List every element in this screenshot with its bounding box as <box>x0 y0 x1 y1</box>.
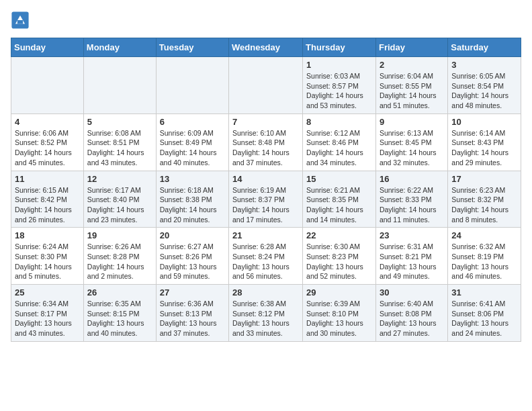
day-number: 16 <box>380 174 444 184</box>
day-number: 29 <box>306 287 372 298</box>
calendar-week-5: 25Sunrise: 6:34 AMSunset: 8:17 PMDayligh… <box>11 285 521 342</box>
calendar-cell: 28Sunrise: 6:38 AMSunset: 8:12 PMDayligh… <box>229 285 303 342</box>
day-number: 13 <box>160 174 225 184</box>
day-info: Sunrise: 6:40 AMSunset: 8:08 PMDaylight:… <box>380 299 444 338</box>
day-number: 28 <box>232 287 299 298</box>
day-info: Sunrise: 6:34 AMSunset: 8:17 PMDaylight:… <box>15 299 80 338</box>
day-number: 10 <box>451 117 517 127</box>
calendar-cell: 12Sunrise: 6:17 AMSunset: 8:40 PMDayligh… <box>83 171 156 228</box>
calendar-cell: 5Sunrise: 6:08 AMSunset: 8:51 PMDaylight… <box>83 113 156 171</box>
day-number: 30 <box>380 287 444 298</box>
day-info: Sunrise: 6:38 AMSunset: 8:12 PMDaylight:… <box>232 299 299 338</box>
calendar-cell <box>229 57 303 114</box>
calendar-cell: 3Sunrise: 6:05 AMSunset: 8:54 PMDaylight… <box>448 57 521 114</box>
calendar-week-2: 4Sunrise: 6:06 AMSunset: 8:52 PMDaylight… <box>11 113 521 171</box>
calendar-cell <box>156 57 228 114</box>
day-info: Sunrise: 6:13 AMSunset: 8:45 PMDaylight:… <box>380 128 444 168</box>
day-header-wednesday: Wednesday <box>229 38 303 57</box>
day-info: Sunrise: 6:26 AMSunset: 8:28 PMDaylight:… <box>87 242 152 281</box>
day-info: Sunrise: 6:14 AMSunset: 8:43 PMDaylight:… <box>451 128 517 168</box>
day-info: Sunrise: 6:08 AMSunset: 8:51 PMDaylight:… <box>87 128 152 168</box>
day-number: 21 <box>232 230 299 240</box>
calendar-cell: 27Sunrise: 6:36 AMSunset: 8:13 PMDayligh… <box>156 285 228 342</box>
calendar-week-1: 1Sunrise: 6:03 AMSunset: 8:57 PMDaylight… <box>11 57 521 114</box>
day-number: 27 <box>160 287 225 298</box>
calendar-cell: 17Sunrise: 6:23 AMSunset: 8:32 PMDayligh… <box>448 171 521 228</box>
calendar-cell <box>11 57 84 114</box>
calendar-cell: 13Sunrise: 6:18 AMSunset: 8:38 PMDayligh… <box>156 171 228 228</box>
calendar-cell: 22Sunrise: 6:30 AMSunset: 8:23 PMDayligh… <box>303 228 376 285</box>
day-info: Sunrise: 6:03 AMSunset: 8:57 PMDaylight:… <box>306 71 372 111</box>
calendar-cell: 7Sunrise: 6:10 AMSunset: 8:48 PMDaylight… <box>229 113 303 171</box>
day-info: Sunrise: 6:30 AMSunset: 8:23 PMDaylight:… <box>306 242 372 281</box>
calendar-cell: 15Sunrise: 6:21 AMSunset: 8:35 PMDayligh… <box>303 171 376 228</box>
day-number: 26 <box>87 287 152 298</box>
svg-rect-2 <box>17 20 23 24</box>
calendar-cell: 23Sunrise: 6:31 AMSunset: 8:21 PMDayligh… <box>375 228 447 285</box>
day-info: Sunrise: 6:05 AMSunset: 8:54 PMDaylight:… <box>451 71 517 111</box>
calendar-cell: 2Sunrise: 6:04 AMSunset: 8:55 PMDaylight… <box>375 57 447 114</box>
day-info: Sunrise: 6:18 AMSunset: 8:38 PMDaylight:… <box>160 185 225 225</box>
day-number: 25 <box>15 287 80 298</box>
day-info: Sunrise: 6:36 AMSunset: 8:13 PMDaylight:… <box>160 299 225 338</box>
calendar-cell: 26Sunrise: 6:35 AMSunset: 8:15 PMDayligh… <box>83 285 156 342</box>
logo <box>11 11 32 30</box>
day-number: 18 <box>15 230 80 240</box>
day-number: 23 <box>380 230 444 240</box>
day-info: Sunrise: 6:23 AMSunset: 8:32 PMDaylight:… <box>451 185 517 225</box>
calendar-cell: 29Sunrise: 6:39 AMSunset: 8:10 PMDayligh… <box>303 285 376 342</box>
day-info: Sunrise: 6:28 AMSunset: 8:24 PMDaylight:… <box>232 242 299 281</box>
day-number: 2 <box>380 60 444 70</box>
calendar-cell <box>83 57 156 114</box>
calendar-header-row: SundayMondayTuesdayWednesdayThursdayFrid… <box>11 38 521 57</box>
day-header-tuesday: Tuesday <box>156 38 228 57</box>
day-number: 14 <box>232 174 299 184</box>
calendar-cell: 18Sunrise: 6:24 AMSunset: 8:30 PMDayligh… <box>11 228 84 285</box>
day-info: Sunrise: 6:41 AMSunset: 8:06 PMDaylight:… <box>451 299 517 338</box>
day-number: 5 <box>87 117 152 127</box>
calendar-table: SundayMondayTuesdayWednesdayThursdayFrid… <box>11 38 521 342</box>
calendar-cell: 4Sunrise: 6:06 AMSunset: 8:52 PMDaylight… <box>11 113 84 171</box>
day-number: 15 <box>306 174 372 184</box>
day-info: Sunrise: 6:04 AMSunset: 8:55 PMDaylight:… <box>380 71 444 111</box>
day-number: 7 <box>232 117 299 127</box>
calendar-cell: 30Sunrise: 6:40 AMSunset: 8:08 PMDayligh… <box>375 285 447 342</box>
calendar-week-3: 11Sunrise: 6:15 AMSunset: 8:42 PMDayligh… <box>11 171 521 228</box>
day-header-monday: Monday <box>83 38 156 57</box>
day-info: Sunrise: 6:22 AMSunset: 8:33 PMDaylight:… <box>380 185 444 225</box>
day-number: 9 <box>380 117 444 127</box>
day-number: 24 <box>451 230 517 240</box>
calendar-cell: 1Sunrise: 6:03 AMSunset: 8:57 PMDaylight… <box>303 57 376 114</box>
day-number: 22 <box>306 230 372 240</box>
day-header-friday: Friday <box>375 38 447 57</box>
calendar-cell: 14Sunrise: 6:19 AMSunset: 8:37 PMDayligh… <box>229 171 303 228</box>
day-number: 31 <box>451 287 517 298</box>
day-number: 19 <box>87 230 152 240</box>
day-info: Sunrise: 6:15 AMSunset: 8:42 PMDaylight:… <box>15 185 80 225</box>
day-number: 1 <box>306 60 372 70</box>
day-info: Sunrise: 6:19 AMSunset: 8:37 PMDaylight:… <box>232 185 299 225</box>
calendar-cell: 10Sunrise: 6:14 AMSunset: 8:43 PMDayligh… <box>448 113 521 171</box>
day-info: Sunrise: 6:06 AMSunset: 8:52 PMDaylight:… <box>15 128 80 168</box>
calendar-cell: 24Sunrise: 6:32 AMSunset: 8:19 PMDayligh… <box>448 228 521 285</box>
day-number: 3 <box>451 60 517 70</box>
calendar-cell: 25Sunrise: 6:34 AMSunset: 8:17 PMDayligh… <box>11 285 84 342</box>
logo-icon <box>11 11 30 30</box>
day-info: Sunrise: 6:21 AMSunset: 8:35 PMDaylight:… <box>306 185 372 225</box>
day-info: Sunrise: 6:09 AMSunset: 8:49 PMDaylight:… <box>160 128 225 168</box>
day-number: 8 <box>306 117 372 127</box>
day-header-thursday: Thursday <box>303 38 376 57</box>
calendar-cell: 19Sunrise: 6:26 AMSunset: 8:28 PMDayligh… <box>83 228 156 285</box>
day-number: 6 <box>160 117 225 127</box>
day-info: Sunrise: 6:17 AMSunset: 8:40 PMDaylight:… <box>87 185 152 225</box>
day-info: Sunrise: 6:35 AMSunset: 8:15 PMDaylight:… <box>87 299 152 338</box>
day-info: Sunrise: 6:39 AMSunset: 8:10 PMDaylight:… <box>306 299 372 338</box>
day-number: 20 <box>160 230 225 240</box>
calendar-cell: 31Sunrise: 6:41 AMSunset: 8:06 PMDayligh… <box>448 285 521 342</box>
day-info: Sunrise: 6:24 AMSunset: 8:30 PMDaylight:… <box>15 242 80 281</box>
calendar-cell: 20Sunrise: 6:27 AMSunset: 8:26 PMDayligh… <box>156 228 228 285</box>
day-info: Sunrise: 6:27 AMSunset: 8:26 PMDaylight:… <box>160 242 225 281</box>
day-header-saturday: Saturday <box>448 38 521 57</box>
day-number: 12 <box>87 174 152 184</box>
calendar-cell: 21Sunrise: 6:28 AMSunset: 8:24 PMDayligh… <box>229 228 303 285</box>
